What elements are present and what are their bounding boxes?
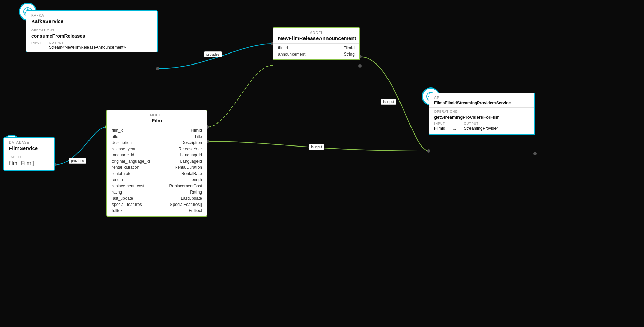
kafka-output-value: Stream<NewFilmReleaseAnnouncement> (49, 45, 126, 50)
api-operations-label: OPERATIONS (434, 110, 529, 113)
film-field-fulltext: fulltextFulltext (107, 208, 207, 214)
kafka-node: KAFKA KafkaService OPERATIONS consumeFro… (26, 10, 158, 52)
film-field-rental_rate: rental_rateRentalRate (107, 171, 207, 177)
film-field-last_update: last_updateLastUpdate (107, 195, 207, 201)
film-field-rental_duration: rental_durationRentalDuration (107, 164, 207, 171)
film-field-replacement_cost: replacement_costReplacementCost (107, 183, 207, 189)
announcement-field-filmId: filmIdFilmId (273, 45, 359, 51)
announcement-model-title: NewFilmReleaseAnnouncement (278, 35, 355, 41)
film-field-original_language_id: original_language_idLanguageId (107, 158, 207, 164)
api-input-value: FilmId (434, 126, 445, 131)
film-field-length: lengthLength (107, 177, 207, 183)
film-model-type: MODEL (112, 113, 202, 117)
film-field-language_id: language_idLanguageId (107, 152, 207, 158)
api-node-type: API (434, 96, 529, 100)
announcement-model-type: MODEL (278, 31, 355, 35)
film-service-node: DATABASE FilmService TABLES film Film[] (3, 137, 55, 171)
kafka-operation-name: consumeFromReleases (31, 33, 152, 39)
film-service-table-name: film (9, 160, 17, 166)
kafka-output-label: OUTPUT (49, 41, 126, 44)
svg-point-8 (427, 149, 430, 153)
edge-label-provides2: provides (69, 158, 86, 164)
film-field-special_features: special_featuresSpecialFeatures[] (107, 201, 207, 208)
film-field-title: titleTitle (107, 133, 207, 140)
api-operation-name: getStreamingProvidersForFilm (434, 115, 529, 120)
api-arrow: → (452, 127, 457, 132)
announcement-model-node: MODEL NewFilmReleaseAnnouncement filmIdF… (273, 27, 360, 60)
svg-point-0 (156, 67, 159, 70)
film-field-release_year: release_yearReleaseYear (107, 146, 207, 152)
edge-label-provides1: provides (204, 51, 222, 57)
film-service-title: FilmService (9, 145, 49, 151)
announcement-field-announcement: announcementString (273, 51, 359, 57)
edge-label-is-input2: Is input (309, 144, 324, 150)
film-field-rating: ratingRating (107, 189, 207, 195)
film-service-tables-label: TABLES (9, 155, 49, 159)
kafka-operations-label: OPERATIONS (31, 28, 152, 32)
film-model-node: MODEL Film film_idFilmId titleTitle desc… (106, 110, 207, 217)
film-field-description: descriptionDescription (107, 140, 207, 146)
api-node-title: FilmsFilmIdStreamingProvidersService (434, 101, 529, 105)
kafka-node-title: KafkaService (31, 18, 152, 24)
film-service-type: DATABASE (9, 141, 49, 144)
svg-point-11 (27, 9, 29, 10)
api-node: API FilmsFilmIdStreamingProvidersService… (429, 93, 535, 135)
svg-point-9 (533, 152, 537, 155)
film-field-film_id: film_idFilmId (107, 127, 207, 133)
svg-point-3 (358, 64, 362, 68)
edge-label-is-input1: Is input (381, 99, 396, 105)
film-model-title: Film (112, 118, 202, 124)
kafka-node-type: KAFKA (31, 14, 152, 17)
api-output-value: StreamingProvider (464, 126, 498, 131)
kafka-input-label: INPUT (31, 41, 42, 44)
api-input-label: INPUT (434, 122, 445, 125)
api-output-label: OUTPUT (464, 122, 498, 125)
film-service-table-type: Film[] (21, 160, 34, 166)
